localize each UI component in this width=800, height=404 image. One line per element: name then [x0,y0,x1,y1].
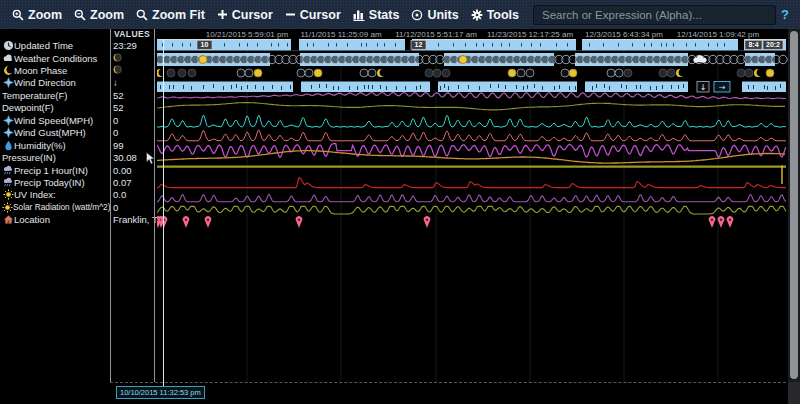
wind-star-icon [2,115,14,126]
sun-icon [2,189,14,200]
moon-phase-glyph [113,65,122,76]
button-label: Zoom [28,8,62,22]
series-value: 0.00 [113,165,132,176]
series-label: Pressure(IN) [2,152,56,163]
bar-chart-icon [353,9,365,21]
circled-dot-icon [411,9,423,21]
search-input[interactable] [533,5,776,25]
series-value: 52 [113,102,124,113]
series-label: Precip 1 Hour(IN) [14,165,88,176]
series-row-humidity[interactable]: Humidity(%) [0,139,110,152]
droplet-icon [2,140,14,151]
cloud-icon [2,53,14,63]
svg-text:8:4: 8:4 [748,41,758,48]
value-cell-humidity: 99 [113,139,154,152]
series-value: 0.07 [113,177,132,188]
help-button[interactable]: ? [776,7,794,22]
series-row-wind-gust-mph[interactable]: Wind Gust(MPH) [0,126,110,139]
series-label: UV Index: [14,189,56,200]
stats-button[interactable]: Stats [347,8,406,22]
mouse-cursor-icon [146,151,156,169]
rain-cloud-icon [2,177,14,188]
cursor-timestamp: 10/10/2015 11:32:53 pm [116,386,205,399]
tools-button[interactable]: Tools [465,8,525,22]
series-label: Solar Radiation (watt/m^2) [13,202,111,212]
time-cursor[interactable] [163,39,164,388]
rain-cloud-icon [2,165,14,176]
series-value: ↓ [113,77,118,88]
series-label: Wind Gust(MPH) [14,127,86,138]
magnifier-minus-icon [74,9,86,21]
series-value: 0 [113,115,118,126]
series-value: 0 [113,127,118,138]
series-row-precip-today-in[interactable]: Precip Today(IN) [0,176,110,189]
svg-text:12: 12 [415,41,423,48]
value-cell-dewpoint-f: 52 [113,101,154,114]
bottom-axis-line [110,382,786,383]
series-row-wind-direction[interactable]: Wind Direction [0,76,110,89]
series-value: 0.0 [113,189,126,200]
chart-tracks[interactable]: 10128:420:2↓→ [157,29,789,389]
value-cell-location: Franklin, TN [113,213,154,226]
wind-star-icon [2,127,14,138]
moon-phase-glyph [113,53,122,64]
series-label: Wind Direction [14,77,76,88]
zoom-in-button[interactable]: Zoom [6,8,68,22]
value-cell-wind-speed-mph: 0 [113,114,154,127]
magnifier-plus-icon [12,9,24,21]
series-row-moon-phase[interactable]: Moon Phase [0,64,110,77]
plus-icon [217,9,228,20]
value-cell-weather-conditions [113,52,154,65]
series-value: 30.08 [113,152,137,163]
magnifier-icon [136,9,148,21]
add-cursor-button[interactable]: Cursor [211,8,279,22]
series-row-pressure-in[interactable]: Pressure(IN) [0,151,110,164]
value-cell-uv-index: 0.0 [113,188,154,201]
value-cell-moon-phase [113,64,154,77]
series-row-location[interactable]: Location [0,213,110,226]
zoom-fit-button[interactable]: Zoom Fit [130,8,211,22]
value-cell-wind-gust-mph: 0 [113,126,154,139]
svg-text:20:2: 20:2 [766,41,780,48]
value-cell-wind-direction: ↓ [113,76,154,89]
series-label: Temperature(F) [2,90,67,101]
button-label: Zoom [90,8,124,22]
values-header: VALUES [110,29,154,39]
units-button[interactable]: Units [405,8,464,22]
button-label: Stats [369,8,400,22]
zoom-out-button[interactable]: Zoom [68,8,130,22]
series-value: 52 [113,90,124,101]
scrollbar-thumb[interactable] [790,31,798,379]
series-row-precip-1-hour-in[interactable]: Precip 1 Hour(IN) [0,164,110,177]
clock-icon [2,40,14,51]
series-label: Wind Speed(MPH) [14,115,93,126]
home-icon [2,214,14,225]
series-row-temperature-f[interactable]: Temperature(F) [0,89,110,102]
button-label: Units [427,8,458,22]
value-cell-updated-time: 23:29 [113,39,154,52]
series-label: Weather Conditions [14,53,97,64]
series-value: 23:29 [113,40,137,51]
location-pin [709,216,716,228]
series-row-updated-time[interactable]: Updated Time [0,39,110,52]
series-label: Dewpoint(F) [2,102,54,113]
button-label: Zoom Fit [152,8,205,22]
series-row-solar-radiation-watt-m-2[interactable]: Solar Radiation (watt/m^2) [0,201,110,214]
location-pin [205,216,212,228]
moon-icon [2,65,14,76]
series-value: 99 [113,140,124,151]
svg-text:10: 10 [201,41,209,48]
series-row-wind-speed-mph[interactable]: Wind Speed(MPH) [0,114,110,127]
series-row-weather-conditions[interactable]: Weather Conditions [0,52,110,65]
search-wrap [533,5,776,25]
series-label: Updated Time [14,40,73,51]
value-cell-temperature-f: 52 [113,89,154,102]
minus-icon [285,9,296,20]
series-label: Moon Phase [14,65,67,76]
series-row-dewpoint-f[interactable]: Dewpoint(F) [0,101,110,114]
remove-cursor-button[interactable]: Cursor [279,8,347,22]
series-row-uv-index[interactable]: UV Index: [0,188,110,201]
location-pin [183,216,190,228]
location-pin [727,216,734,228]
button-label: Cursor [232,8,273,22]
